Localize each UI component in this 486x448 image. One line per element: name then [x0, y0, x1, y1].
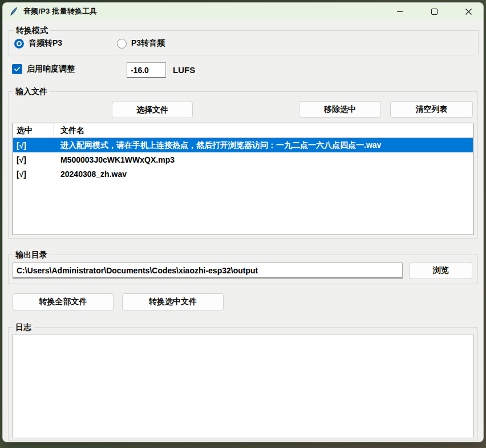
desktop-background: 音频/P3 批量转换工具 转换模式 音频转P3 P3转音频 — [0, 0, 486, 448]
lufs-input[interactable] — [127, 62, 166, 78]
mode-group-label: 转换模式 — [14, 25, 50, 36]
row-filename: 进入配网模式，请在手机上连接热点，然后打开浏览器访问：一九二点一六八点四点一.w… — [54, 140, 473, 151]
lufs-unit-label: LUFS — [173, 65, 195, 75]
header-checked[interactable]: 选中 — [13, 123, 54, 138]
clear-list-button-label: 清空列表 — [416, 104, 448, 115]
row-check-mark: [√] — [13, 155, 54, 164]
loudness-checkbox[interactable]: 启用响度调整 — [12, 63, 75, 75]
window-title: 音频/P3 批量转换工具 — [23, 6, 98, 17]
minimize-button[interactable] — [390, 3, 410, 20]
output-path-input[interactable] — [13, 263, 403, 279]
browse-button[interactable]: 浏览 — [410, 262, 472, 279]
table-row[interactable]: [√] M500003J0cWK1WWxQX.mp3 — [13, 152, 473, 167]
input-files-group-label: 输入文件 — [13, 86, 50, 97]
convert-selected-button-label: 转换选中文件 — [149, 297, 197, 307]
titlebar[interactable]: 音频/P3 批量转换工具 — [3, 3, 483, 20]
file-table: 选中 文件名 [√] 进入配网模式，请在手机上连接热点，然后打开浏览器访问：一九… — [13, 123, 473, 235]
row-check-mark: [√] — [13, 141, 54, 150]
app-feather-icon — [9, 7, 18, 16]
radio-p3-to-audio-label: P3转音频 — [131, 38, 165, 49]
mode-group: 转换模式 — [9, 30, 479, 55]
table-row[interactable]: [√] 进入配网模式，请在手机上连接热点，然后打开浏览器访问：一九二点一六八点四… — [13, 138, 473, 152]
header-filename[interactable]: 文件名 — [54, 123, 473, 138]
table-row[interactable]: [√] 20240308_zh.wav — [13, 167, 473, 181]
row-check-mark: [√] — [13, 169, 54, 179]
radio-unselected-icon — [117, 39, 127, 49]
row-filename: M500003J0cWK1WWxQX.mp3 — [54, 155, 473, 164]
close-button[interactable] — [459, 3, 478, 20]
row-filename: 20240308_zh.wav — [54, 169, 473, 179]
browse-button-label: 浏览 — [433, 265, 449, 276]
header-checked-label: 选中 — [17, 126, 33, 136]
clear-list-button[interactable]: 清空列表 — [390, 101, 473, 118]
minimize-icon — [397, 11, 403, 12]
convert-all-button-label: 转换全部文件 — [39, 297, 87, 307]
log-group-label: 日志 — [13, 322, 34, 333]
maximize-icon — [431, 9, 438, 15]
maximize-button[interactable] — [424, 3, 444, 20]
loudness-checkbox-label: 启用响度调整 — [27, 64, 75, 74]
checkbox-checked-icon — [12, 64, 22, 74]
output-dir-group-label: 输出目录 — [13, 249, 50, 260]
radio-p3-to-audio[interactable]: P3转音频 — [117, 38, 165, 49]
close-icon — [465, 8, 472, 15]
file-table-header: 选中 文件名 — [13, 123, 473, 138]
radio-audio-to-p3[interactable]: 音频转P3 — [14, 38, 62, 49]
convert-selected-button[interactable]: 转换选中文件 — [122, 293, 224, 310]
radio-audio-to-p3-label: 音频转P3 — [29, 38, 62, 49]
convert-all-button[interactable]: 转换全部文件 — [13, 293, 114, 310]
remove-selected-button[interactable]: 移除选中 — [299, 101, 381, 118]
log-textarea[interactable] — [13, 334, 473, 438]
select-files-button-label: 选择文件 — [136, 105, 168, 115]
select-files-button[interactable]: 选择文件 — [112, 102, 193, 118]
header-filename-label: 文件名 — [60, 126, 84, 136]
remove-selected-button-label: 移除选中 — [324, 104, 356, 115]
radio-selected-icon — [14, 39, 24, 49]
